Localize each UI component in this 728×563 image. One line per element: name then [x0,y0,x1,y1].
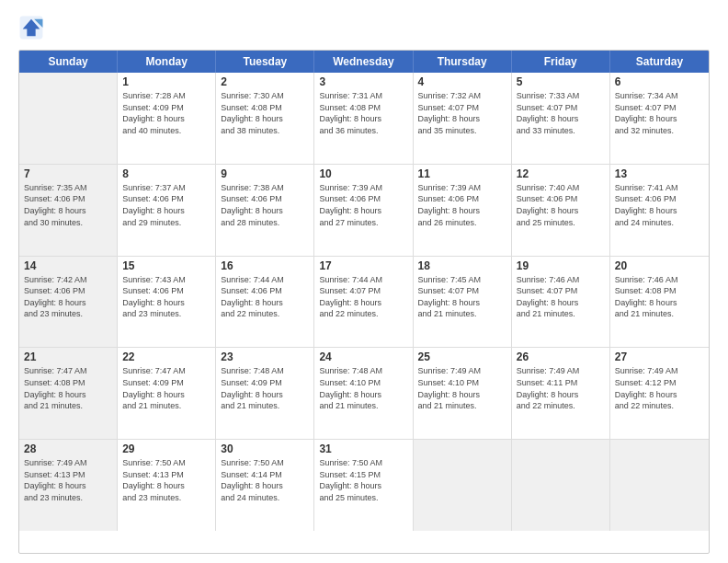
cell-info: Sunrise: 7:44 AMSunset: 4:07 PMDaylight:… [319,274,407,320]
cell-info: Sunrise: 7:47 AMSunset: 4:08 PMDaylight:… [24,365,112,411]
day-number: 8 [122,167,210,180]
day-number: 10 [319,167,407,180]
calendar-cell: 14Sunrise: 7:42 AMSunset: 4:06 PMDayligh… [19,257,118,348]
calendar-cell: 29Sunrise: 7:50 AMSunset: 4:13 PMDayligh… [118,440,216,531]
cell-info: Sunrise: 7:28 AMSunset: 4:09 PMDaylight:… [122,90,210,136]
day-number: 31 [319,442,407,455]
day-number: 2 [221,75,309,88]
calendar-cell: 22Sunrise: 7:47 AMSunset: 4:09 PMDayligh… [118,348,216,439]
day-number: 12 [517,167,605,180]
cell-info: Sunrise: 7:39 AMSunset: 4:06 PMDaylight:… [418,182,506,228]
cell-info: Sunrise: 7:47 AMSunset: 4:09 PMDaylight:… [122,365,210,411]
cell-info: Sunrise: 7:49 AMSunset: 4:10 PMDaylight:… [418,365,506,411]
day-number: 19 [517,259,605,272]
weekday-header-tuesday: Tuesday [216,51,314,73]
cell-info: Sunrise: 7:45 AMSunset: 4:07 PMDaylight:… [418,274,506,320]
cell-info: Sunrise: 7:46 AMSunset: 4:08 PMDaylight:… [615,274,704,320]
calendar-cell: 3Sunrise: 7:31 AMSunset: 4:08 PMDaylight… [314,73,413,164]
calendar-cell: 6Sunrise: 7:34 AMSunset: 4:07 PMDaylight… [610,73,709,164]
calendar-cell: 5Sunrise: 7:33 AMSunset: 4:07 PMDaylight… [512,73,610,164]
weekday-header-monday: Monday [118,51,216,73]
weekday-header-wednesday: Wednesday [314,51,413,73]
cell-info: Sunrise: 7:38 AMSunset: 4:06 PMDaylight:… [221,182,309,228]
day-number: 22 [122,350,210,363]
cell-info: Sunrise: 7:34 AMSunset: 4:07 PMDaylight:… [615,90,704,136]
calendar-cell: 13Sunrise: 7:41 AMSunset: 4:06 PMDayligh… [610,165,709,256]
cell-info: Sunrise: 7:39 AMSunset: 4:06 PMDaylight:… [319,182,407,228]
calendar-cell: 1Sunrise: 7:28 AMSunset: 4:09 PMDaylight… [118,73,216,164]
calendar-body: 1Sunrise: 7:28 AMSunset: 4:09 PMDaylight… [19,73,709,531]
page: SundayMondayTuesdayWednesdayThursdayFrid… [0,0,728,563]
calendar-cell: 8Sunrise: 7:37 AMSunset: 4:06 PMDaylight… [118,165,216,256]
day-number: 9 [221,167,309,180]
cell-info: Sunrise: 7:50 AMSunset: 4:13 PMDaylight:… [122,457,210,503]
cell-info: Sunrise: 7:49 AMSunset: 4:13 PMDaylight:… [24,457,112,503]
calendar-row-1: 1Sunrise: 7:28 AMSunset: 4:09 PMDaylight… [19,73,709,165]
calendar-cell: 17Sunrise: 7:44 AMSunset: 4:07 PMDayligh… [314,257,413,348]
cell-info: Sunrise: 7:32 AMSunset: 4:07 PMDaylight:… [418,90,506,136]
cell-info: Sunrise: 7:43 AMSunset: 4:06 PMDaylight:… [122,274,210,320]
logo-icon [18,15,44,40]
cell-info: Sunrise: 7:46 AMSunset: 4:07 PMDaylight:… [517,274,605,320]
calendar-cell [414,440,512,531]
cell-info: Sunrise: 7:33 AMSunset: 4:07 PMDaylight:… [517,90,605,136]
cell-info: Sunrise: 7:44 AMSunset: 4:06 PMDaylight:… [221,274,309,320]
day-number: 25 [418,350,506,363]
calendar-cell: 28Sunrise: 7:49 AMSunset: 4:13 PMDayligh… [19,440,118,531]
day-number: 29 [122,442,210,455]
cell-info: Sunrise: 7:49 AMSunset: 4:11 PMDaylight:… [517,365,605,411]
day-number: 16 [221,259,309,272]
logo [18,15,48,40]
cell-info: Sunrise: 7:31 AMSunset: 4:08 PMDaylight:… [319,90,407,136]
calendar-cell: 27Sunrise: 7:49 AMSunset: 4:12 PMDayligh… [610,348,709,439]
calendar-cell: 7Sunrise: 7:35 AMSunset: 4:06 PMDaylight… [19,165,118,256]
cell-info: Sunrise: 7:48 AMSunset: 4:10 PMDaylight:… [319,365,407,411]
day-number: 7 [24,167,112,180]
day-number: 4 [418,75,506,88]
header [18,15,710,40]
calendar-cell [512,440,610,531]
day-number: 3 [319,75,407,88]
weekday-header-saturday: Saturday [610,51,709,73]
day-number: 14 [24,259,112,272]
calendar-cell: 31Sunrise: 7:50 AMSunset: 4:15 PMDayligh… [314,440,413,531]
day-number: 11 [418,167,506,180]
calendar-row-5: 28Sunrise: 7:49 AMSunset: 4:13 PMDayligh… [19,440,709,531]
calendar-cell: 20Sunrise: 7:46 AMSunset: 4:08 PMDayligh… [610,257,709,348]
calendar-cell: 18Sunrise: 7:45 AMSunset: 4:07 PMDayligh… [414,257,512,348]
day-number: 18 [418,259,506,272]
calendar-cell: 10Sunrise: 7:39 AMSunset: 4:06 PMDayligh… [314,165,413,256]
calendar-cell: 2Sunrise: 7:30 AMSunset: 4:08 PMDaylight… [216,73,314,164]
day-number: 23 [221,350,309,363]
calendar-cell: 24Sunrise: 7:48 AMSunset: 4:10 PMDayligh… [314,348,413,439]
cell-info: Sunrise: 7:40 AMSunset: 4:06 PMDaylight:… [517,182,605,228]
calendar-cell: 12Sunrise: 7:40 AMSunset: 4:06 PMDayligh… [512,165,610,256]
cell-info: Sunrise: 7:35 AMSunset: 4:06 PMDaylight:… [24,182,112,228]
day-number: 15 [122,259,210,272]
day-number: 5 [517,75,605,88]
calendar-cell: 16Sunrise: 7:44 AMSunset: 4:06 PMDayligh… [216,257,314,348]
calendar-row-4: 21Sunrise: 7:47 AMSunset: 4:08 PMDayligh… [19,348,709,440]
calendar-cell: 15Sunrise: 7:43 AMSunset: 4:06 PMDayligh… [118,257,216,348]
weekday-header-thursday: Thursday [414,51,512,73]
day-number: 24 [319,350,407,363]
cell-info: Sunrise: 7:49 AMSunset: 4:12 PMDaylight:… [615,365,704,411]
calendar-cell: 30Sunrise: 7:50 AMSunset: 4:14 PMDayligh… [216,440,314,531]
day-number: 6 [615,75,704,88]
calendar-cell [19,73,118,164]
cell-info: Sunrise: 7:48 AMSunset: 4:09 PMDaylight:… [221,365,309,411]
day-number: 30 [221,442,309,455]
day-number: 21 [24,350,112,363]
weekday-header-sunday: Sunday [19,51,118,73]
calendar-cell: 23Sunrise: 7:48 AMSunset: 4:09 PMDayligh… [216,348,314,439]
calendar-cell: 11Sunrise: 7:39 AMSunset: 4:06 PMDayligh… [414,165,512,256]
calendar-cell: 4Sunrise: 7:32 AMSunset: 4:07 PMDaylight… [414,73,512,164]
day-number: 28 [24,442,112,455]
day-number: 27 [615,350,704,363]
day-number: 1 [122,75,210,88]
calendar-cell [610,440,709,531]
calendar-cell: 9Sunrise: 7:38 AMSunset: 4:06 PMDaylight… [216,165,314,256]
cell-info: Sunrise: 7:50 AMSunset: 4:14 PMDaylight:… [221,457,309,503]
calendar-cell: 21Sunrise: 7:47 AMSunset: 4:08 PMDayligh… [19,348,118,439]
calendar-cell: 19Sunrise: 7:46 AMSunset: 4:07 PMDayligh… [512,257,610,348]
